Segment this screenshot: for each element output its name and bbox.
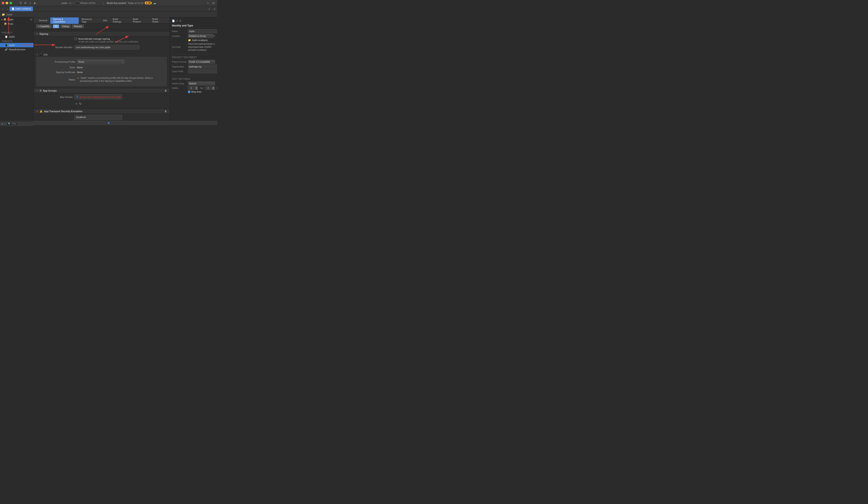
sidebar-item-project-joplin[interactable]: 📋 Joplin bbox=[0, 34, 33, 39]
status-row: Status ⚠ "Joplin" requires a provisionin… bbox=[36, 75, 167, 85]
app-group-name: group.com.andrewhoog.net.cozic.joplin bbox=[80, 96, 121, 98]
tab-build-rules[interactable]: Build Rules bbox=[150, 17, 167, 24]
sidebar-item-target-share[interactable]: 🔗 ShareExtension bbox=[0, 47, 33, 52]
add-capability-button[interactable]: + Capability bbox=[36, 24, 52, 28]
app-groups-icon: ⊞ bbox=[40, 89, 42, 92]
nav-grid-icon[interactable]: ⊞ bbox=[23, 1, 27, 5]
app-group-checkbox[interactable]: ☑ bbox=[76, 95, 79, 98]
indent-stepper-down[interactable]: ▼ bbox=[212, 88, 215, 90]
warning-nav-icon[interactable]: ⚠ bbox=[213, 7, 216, 11]
right-panel-info-icon[interactable]: ℹ bbox=[177, 20, 177, 22]
add-icon[interactable]: + bbox=[206, 1, 210, 5]
refresh-app-group-button[interactable]: ↻ bbox=[79, 102, 82, 105]
traffic-lights bbox=[2, 2, 12, 4]
signing-header: ▼ Signing bbox=[34, 31, 169, 37]
tab-bar: ‹ › 📄 Joplin.xcodeproj ⤢ ⚠ bbox=[0, 6, 217, 12]
forward-icon[interactable]: › bbox=[6, 7, 10, 11]
run-button[interactable]: ▶ bbox=[33, 1, 37, 5]
bundle-id-row: Bundle Identifier bbox=[34, 44, 169, 51]
auto-manage-row: Automatically manage signing Xcode will … bbox=[34, 37, 169, 44]
delete-app-groups-button[interactable]: 🗑 bbox=[165, 89, 167, 92]
cap-all-button[interactable]: All bbox=[53, 24, 59, 28]
sidebar-item-joplin-root[interactable]: ▶ 📦 Joplin M bbox=[0, 17, 33, 22]
tab-build-phases[interactable]: Build Phases bbox=[130, 17, 149, 24]
team-label: Team bbox=[41, 66, 75, 69]
cap-release-button[interactable]: Release bbox=[72, 24, 84, 28]
full-path-label: Full Path bbox=[172, 46, 187, 48]
widths-label: Widths bbox=[172, 87, 187, 89]
class-prefix-row: Class Prefix bbox=[172, 69, 215, 73]
tab-info[interactable]: Info bbox=[100, 18, 110, 22]
sidebar-toggle-icon[interactable]: ☰ bbox=[19, 1, 22, 5]
back-icon[interactable]: ‹ bbox=[1, 7, 5, 11]
weather-icon: ☁ bbox=[153, 1, 156, 5]
signing-chevron[interactable]: ▼ bbox=[36, 33, 38, 35]
ios-section-header: ▼ 📱 iOS bbox=[34, 52, 169, 57]
class-prefix-input[interactable] bbox=[188, 69, 217, 73]
indent-using-label: Indent Using bbox=[172, 82, 187, 85]
chevron-icon: › bbox=[74, 2, 75, 4]
app-groups-label: App Groups bbox=[38, 96, 73, 98]
tab-signing[interactable]: Signing & Capabilities bbox=[50, 17, 79, 24]
indent-using-select[interactable]: Spaces bbox=[188, 82, 215, 85]
sidebar-item-target-joplin[interactable]: 📱 Joplin bbox=[0, 43, 33, 47]
app-transport-header: ▼ 🔒 App Transport Security Exception 🗑 bbox=[34, 109, 169, 114]
ios-chevron[interactable]: ▼ bbox=[36, 53, 38, 55]
app-groups-chevron[interactable]: ▼ bbox=[36, 90, 38, 92]
app-transport-chevron[interactable]: ▼ bbox=[36, 110, 38, 112]
provisioning-select[interactable]: None bbox=[77, 60, 125, 64]
right-panel-file-icon[interactable]: 📄 bbox=[172, 20, 175, 22]
tab-build-settings[interactable]: Build Settings bbox=[110, 17, 130, 24]
app-groups-section: ▼ ⊞ App Groups 🗑 App Groups ☑ group.com.… bbox=[34, 88, 169, 107]
format-select[interactable]: Xcode 3.2-compatible bbox=[188, 60, 215, 64]
right-panel-settings-icon[interactable]: ⚙ bbox=[179, 20, 182, 22]
tab-general[interactable]: General bbox=[36, 18, 50, 22]
app-groups-row: App Groups ☑ group.com.andrewhoog.net.co… bbox=[34, 93, 169, 100]
breakpoint-icon[interactable]: ◇ bbox=[28, 1, 32, 5]
indent-width-input[interactable] bbox=[205, 86, 211, 90]
app-transport-icon: 🔒 bbox=[40, 110, 43, 113]
breadcrumb-bar: 📁 Joplin bbox=[0, 12, 217, 17]
indent-stepper-up[interactable]: ▲ bbox=[212, 86, 215, 88]
add-app-group-button[interactable]: + bbox=[75, 102, 78, 105]
fullscreen-button[interactable] bbox=[10, 2, 12, 4]
wrap-lines-checkbox[interactable] bbox=[188, 91, 190, 93]
status-warning-text: "Joplin" requires a provisioning profile… bbox=[80, 76, 163, 83]
minimize-button[interactable] bbox=[6, 2, 8, 4]
wrap-lines-row: Wrap lines bbox=[172, 91, 215, 93]
app-transport-section: ▼ 🔒 App Transport Security Exception 🗑 E… bbox=[34, 109, 169, 120]
identity-type-section: Name Location Relative to Group ▾ 📁 J bbox=[172, 29, 215, 52]
tab-resource-tags[interactable]: Resource Tags bbox=[79, 17, 100, 24]
inspector-icon[interactable]: ⊟ bbox=[211, 1, 216, 5]
class-prefix-label: Class Prefix bbox=[172, 70, 187, 73]
signing-cert-value: None bbox=[77, 71, 163, 73]
tab-width-input[interactable] bbox=[188, 86, 195, 90]
delete-transport-button[interactable]: 🗑 bbox=[165, 110, 167, 113]
app-groups-header: ▼ ⊞ App Groups 🗑 bbox=[34, 88, 169, 93]
chevron-right-icon: ▶ bbox=[1, 19, 3, 21]
scheme-subtitle: dev bbox=[69, 2, 73, 4]
tab-stepper-down[interactable]: ▼ bbox=[195, 88, 198, 90]
signing-cert-row: Signing Certificate None bbox=[36, 70, 167, 75]
editor-area: General Signing & Capabilities Resource … bbox=[34, 17, 169, 120]
bundle-id-label: Bundle Identifier bbox=[38, 46, 73, 49]
name-input[interactable] bbox=[188, 29, 217, 33]
sidebar-item-pods[interactable]: 📦 Pods bbox=[0, 22, 33, 26]
team-row: Team None bbox=[36, 65, 167, 70]
tab-xcodeproj[interactable]: 📄 Joplin.xcodeproj bbox=[10, 7, 33, 11]
signing-cert-label: Signing Certificate bbox=[41, 71, 75, 73]
tab-stepper-up[interactable]: ▲ bbox=[195, 86, 198, 88]
cap-debug-button[interactable]: Debug bbox=[61, 24, 71, 28]
org-input[interactable] bbox=[188, 65, 217, 69]
location-select[interactable]: Relative to Group bbox=[188, 34, 214, 38]
close-button[interactable] bbox=[2, 2, 4, 4]
warning-badge[interactable]: ⚠ 26 bbox=[145, 1, 152, 4]
device-icon: 📱 bbox=[76, 1, 79, 4]
sidebar-badge: M bbox=[30, 19, 32, 21]
bundle-id-input[interactable] bbox=[74, 45, 140, 50]
full-path-row: Full Path /Users/hiro/spfexpert/joplin/p… bbox=[172, 42, 215, 52]
auto-manage-checkbox[interactable] bbox=[74, 38, 77, 40]
full-path-icon[interactable]: ⊙ bbox=[213, 42, 215, 45]
expand-icon[interactable]: ⤢ bbox=[207, 7, 211, 11]
project-doc-section: Project Document Project Format Xcode 3.… bbox=[172, 54, 215, 73]
